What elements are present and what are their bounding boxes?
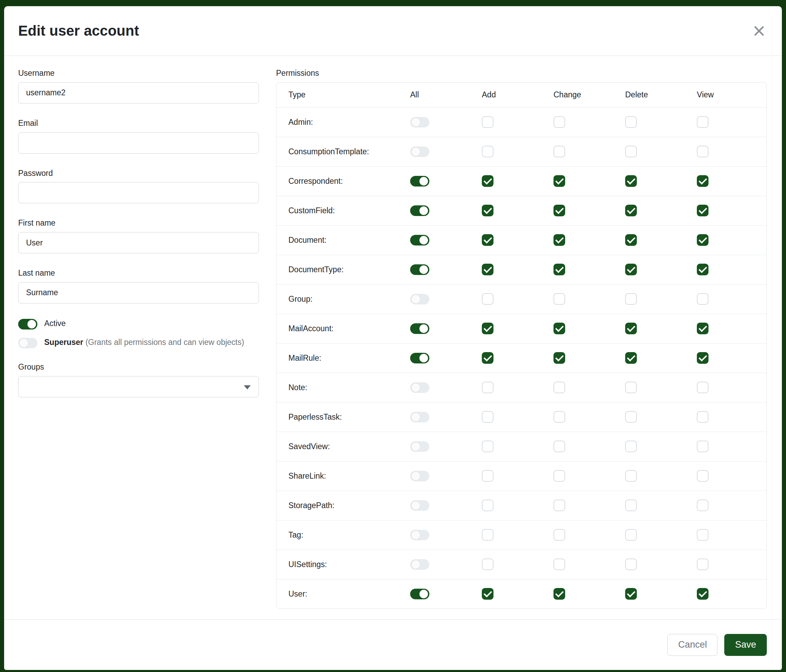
email-field[interactable] [18,132,259,154]
permission-view-checkbox[interactable] [697,323,709,334]
permission-all-toggle[interactable] [410,235,429,245]
permission-add-checkbox[interactable] [482,382,494,393]
permission-delete-checkbox[interactable] [625,116,637,128]
permission-all-toggle[interactable] [410,323,429,334]
permission-delete-checkbox[interactable] [625,352,637,364]
permission-view-checkbox[interactable] [697,293,709,305]
permission-add-checkbox[interactable] [482,264,494,275]
permission-delete-checkbox[interactable] [625,559,637,570]
username-input[interactable] [18,82,259,104]
permission-delete-checkbox[interactable] [625,411,637,423]
permission-add-cell [482,116,553,128]
permission-delete-checkbox[interactable] [625,470,637,482]
permission-all-toggle[interactable] [410,471,429,481]
permission-all-toggle[interactable] [410,530,429,540]
permission-all-toggle[interactable] [410,146,429,157]
permission-all-toggle[interactable] [410,589,429,599]
permission-change-checkbox[interactable] [553,234,565,246]
permission-all-toggle[interactable] [410,176,429,187]
permission-change-checkbox[interactable] [553,205,565,216]
permission-view-checkbox[interactable] [697,529,709,541]
permission-view-checkbox[interactable] [697,470,709,482]
permission-add-checkbox[interactable] [482,293,494,305]
permission-add-checkbox[interactable] [482,441,494,452]
permission-delete-checkbox[interactable] [625,588,637,600]
permission-change-checkbox[interactable] [553,352,565,364]
permission-delete-checkbox[interactable] [625,146,637,157]
cancel-button[interactable]: Cancel [667,634,717,656]
permission-all-toggle[interactable] [410,441,429,452]
permission-add-checkbox[interactable] [482,470,494,482]
permission-add-checkbox[interactable] [482,205,494,216]
permission-delete-checkbox[interactable] [625,234,637,246]
permission-view-checkbox[interactable] [697,264,709,275]
close-icon[interactable]: × [751,20,767,42]
permission-delete-checkbox[interactable] [625,264,637,275]
permission-view-checkbox[interactable] [697,146,709,157]
permission-change-checkbox[interactable] [553,175,565,187]
first-name-field[interactable] [18,232,259,253]
save-button[interactable]: Save [724,634,767,656]
permission-add-checkbox[interactable] [482,116,494,128]
permission-type-label: Correspondent: [277,177,410,186]
permission-add-checkbox[interactable] [482,529,494,541]
permission-view-cell [697,499,767,511]
permission-delete-checkbox[interactable] [625,382,637,393]
permission-change-checkbox[interactable] [553,264,565,275]
permission-add-checkbox[interactable] [482,146,494,157]
permission-all-toggle[interactable] [410,294,429,305]
permission-view-checkbox[interactable] [697,441,709,452]
permission-add-checkbox[interactable] [482,234,494,246]
permission-all-toggle[interactable] [410,264,429,275]
permission-add-checkbox[interactable] [482,559,494,570]
permission-delete-checkbox[interactable] [625,529,637,541]
permission-add-checkbox[interactable] [482,352,494,364]
permission-add-checkbox[interactable] [482,588,494,600]
permission-all-toggle[interactable] [410,353,429,363]
permission-change-checkbox[interactable] [553,323,565,334]
permission-all-toggle[interactable] [410,412,429,422]
permission-change-checkbox[interactable] [553,382,565,393]
permission-change-checkbox[interactable] [553,499,565,511]
permission-view-checkbox[interactable] [697,499,709,511]
permission-view-checkbox[interactable] [697,352,709,364]
permission-delete-checkbox[interactable] [625,175,637,187]
groups-select[interactable] [18,376,259,397]
permission-view-checkbox[interactable] [697,205,709,216]
permission-view-checkbox[interactable] [697,559,709,570]
permission-view-checkbox[interactable] [697,411,709,423]
active-toggle[interactable] [18,319,38,330]
permission-all-toggle[interactable] [410,500,429,511]
permission-change-checkbox[interactable] [553,559,565,570]
permission-view-checkbox[interactable] [697,588,709,600]
permission-all-toggle[interactable] [410,206,429,216]
permission-change-checkbox[interactable] [553,146,565,157]
permission-change-checkbox[interactable] [553,588,565,600]
permission-delete-checkbox[interactable] [625,499,637,511]
permission-all-toggle[interactable] [410,382,429,393]
permission-change-checkbox[interactable] [553,411,565,423]
password-field[interactable] [18,182,259,203]
permission-view-checkbox[interactable] [697,175,709,187]
permission-view-checkbox[interactable] [697,116,709,128]
permission-change-checkbox[interactable] [553,293,565,305]
permission-all-cell [410,323,482,334]
permission-delete-checkbox[interactable] [625,293,637,305]
last-name-field[interactable] [18,282,259,303]
permission-change-checkbox[interactable] [553,470,565,482]
permission-add-checkbox[interactable] [482,175,494,187]
permission-change-checkbox[interactable] [553,529,565,541]
permission-all-toggle[interactable] [410,117,429,127]
permission-add-checkbox[interactable] [482,323,494,334]
permission-delete-checkbox[interactable] [625,323,637,334]
permission-view-checkbox[interactable] [697,382,709,393]
permission-add-checkbox[interactable] [482,499,494,511]
permission-view-checkbox[interactable] [697,234,709,246]
permission-all-toggle[interactable] [410,559,429,570]
permission-delete-checkbox[interactable] [625,205,637,216]
permission-delete-checkbox[interactable] [625,441,637,452]
permission-change-checkbox[interactable] [553,116,565,128]
superuser-toggle[interactable] [18,338,38,349]
permission-change-checkbox[interactable] [553,441,565,452]
permission-add-checkbox[interactable] [482,411,494,423]
